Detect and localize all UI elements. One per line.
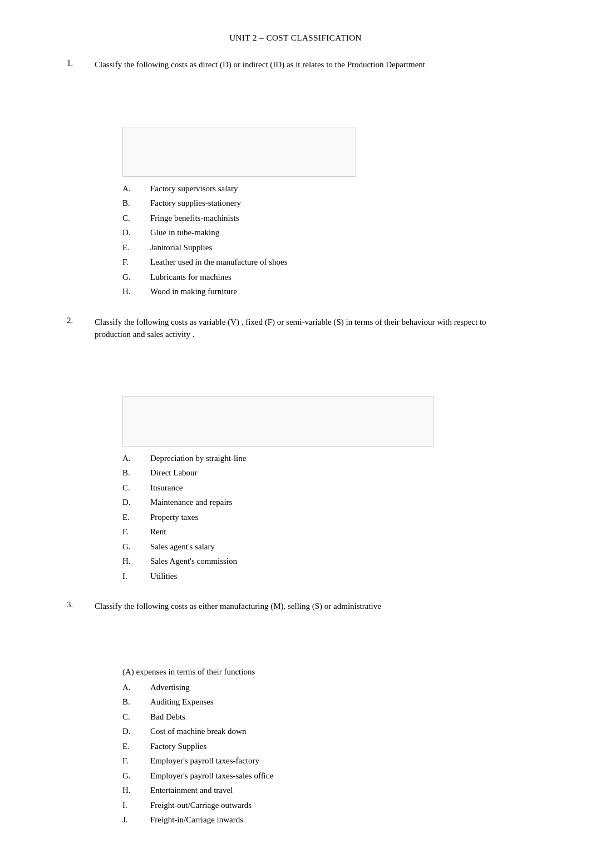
list-letter: H. xyxy=(122,285,150,298)
question-3-text: Classify the following costs as either m… xyxy=(95,600,524,613)
list-item: G. Sales agent's salary xyxy=(122,540,524,553)
list-letter: A. xyxy=(122,452,150,465)
list-item: A. Advertising xyxy=(122,681,524,694)
list-letter: F. xyxy=(122,755,150,767)
list-letter: I. xyxy=(122,799,150,812)
list-letter: B. xyxy=(122,197,150,210)
list-text: Maintenance and repairs xyxy=(150,496,524,509)
question-1-text: Classify the following costs as direct (… xyxy=(95,58,524,71)
list-text: Bad Debts xyxy=(150,711,524,723)
list-letter: F. xyxy=(122,256,150,269)
question-2-text: Classify the following costs as variable… xyxy=(95,316,524,341)
list-item: C. Bad Debts xyxy=(122,711,524,723)
list-letter: C. xyxy=(122,711,150,723)
list-text: Wood in making furniture xyxy=(150,285,524,298)
question-3-number: 3. xyxy=(67,600,95,609)
list-item: J. Freight-in/Carriage inwards xyxy=(122,814,524,826)
list-letter: H. xyxy=(122,555,150,568)
question-3: 3. Classify the following costs as eithe… xyxy=(67,600,524,826)
list-text: Freight-out/Carriage outwards xyxy=(150,799,524,812)
list-item: D. Glue in tube-making xyxy=(122,226,524,239)
question-2: 2. Classify the following costs as varia… xyxy=(67,316,524,583)
list-item: F. Employer's payroll taxes-factory xyxy=(122,755,524,767)
list-item: F. Rent xyxy=(122,525,524,538)
question-2-answer-box[interactable] xyxy=(122,396,434,447)
list-letter: C. xyxy=(122,482,150,494)
list-item: G. Lubricants for machines xyxy=(122,271,524,284)
list-item: B. Factory supplies-stationery xyxy=(122,197,524,210)
list-text: Insurance xyxy=(150,482,524,494)
list-letter: J. xyxy=(122,814,150,826)
question-2-list: A. Depreciation by straight-line B. Dire… xyxy=(122,452,524,583)
list-text: Glue in tube-making xyxy=(150,226,524,239)
list-text: Entertainment and travel xyxy=(150,784,524,797)
list-text: Direct Labour xyxy=(150,467,524,479)
list-letter: A. xyxy=(122,681,150,694)
list-text: Factory Supplies xyxy=(150,740,524,753)
list-text: Cost of machine break down xyxy=(150,725,524,738)
list-text: Employer's payroll taxes-factory xyxy=(150,755,524,767)
list-text: Factory supervisors salary xyxy=(150,182,524,195)
list-letter: A. xyxy=(122,182,150,195)
list-letter: G. xyxy=(122,770,150,782)
question-2-number: 2. xyxy=(67,316,95,325)
question-1: 1. Classify the following costs as direc… xyxy=(67,58,524,298)
list-item: E. Janitorial Supplies xyxy=(122,241,524,254)
list-item: I. Freight-out/Carriage outwards xyxy=(122,799,524,812)
list-item: D. Cost of machine break down xyxy=(122,725,524,738)
question-3-list: A. Advertising B. Auditing Expenses C. B… xyxy=(122,681,524,826)
page-title: UNIT 2 – COST CLASSIFICATION xyxy=(67,33,524,43)
question-1-list: A. Factory supervisors salary B. Factory… xyxy=(122,182,524,298)
list-letter: D. xyxy=(122,226,150,239)
list-text: Sales agent's salary xyxy=(150,540,524,553)
list-text: Sales Agent's commission xyxy=(150,555,524,568)
list-item: E. Property taxes xyxy=(122,511,524,524)
list-text: Lubricants for machines xyxy=(150,271,524,284)
list-item: B. Direct Labour xyxy=(122,467,524,479)
list-letter: H. xyxy=(122,784,150,797)
list-item: C. Fringe benefits-machinists xyxy=(122,212,524,225)
list-text: Janitorial Supplies xyxy=(150,241,524,254)
question-1-answer-box[interactable] xyxy=(122,127,356,177)
list-item: H. Sales Agent's commission xyxy=(122,555,524,568)
list-text: Property taxes xyxy=(150,511,524,524)
list-letter: B. xyxy=(122,696,150,708)
list-text: Factory supplies-stationery xyxy=(150,197,524,210)
list-letter: D. xyxy=(122,496,150,509)
list-text: Employer's payroll taxes-sales office xyxy=(150,770,524,782)
list-text: Rent xyxy=(150,525,524,538)
list-letter: B. xyxy=(122,467,150,479)
list-item: C. Insurance xyxy=(122,482,524,494)
question-3-sub-label: (A) expenses in terms of their functions xyxy=(122,667,524,677)
list-text: Auditing Expenses xyxy=(150,696,524,708)
list-letter: C. xyxy=(122,212,150,225)
list-letter: G. xyxy=(122,271,150,284)
list-text: Utilities xyxy=(150,570,524,583)
list-item: A. Depreciation by straight-line xyxy=(122,452,524,465)
list-text: Fringe benefits-machinists xyxy=(150,212,524,225)
list-text: Depreciation by straight-line xyxy=(150,452,524,465)
list-text: Freight-in/Carriage inwards xyxy=(150,814,524,826)
list-item: B. Auditing Expenses xyxy=(122,696,524,708)
list-letter: E. xyxy=(122,740,150,753)
list-item: H. Entertainment and travel xyxy=(122,784,524,797)
list-text: Advertising xyxy=(150,681,524,694)
list-item: G. Employer's payroll taxes-sales office xyxy=(122,770,524,782)
list-text: Leather used in the manufacture of shoes xyxy=(150,256,524,269)
list-letter: F. xyxy=(122,525,150,538)
list-letter: E. xyxy=(122,241,150,254)
list-item: H. Wood in making furniture xyxy=(122,285,524,298)
list-item: D. Maintenance and repairs xyxy=(122,496,524,509)
question-1-number: 1. xyxy=(67,58,95,68)
list-item: E. Factory Supplies xyxy=(122,740,524,753)
list-letter: E. xyxy=(122,511,150,524)
list-letter: D. xyxy=(122,725,150,738)
list-letter: I. xyxy=(122,570,150,583)
list-item: A. Factory supervisors salary xyxy=(122,182,524,195)
list-item: I. Utilities xyxy=(122,570,524,583)
list-letter: G. xyxy=(122,540,150,553)
list-item: F. Leather used in the manufacture of sh… xyxy=(122,256,524,269)
